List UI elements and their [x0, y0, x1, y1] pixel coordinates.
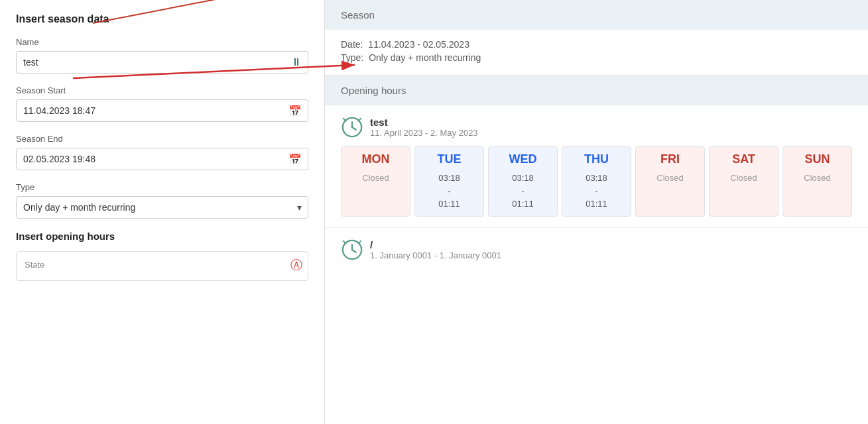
insert-oh-group: Insert opening hours Ⓐ State — [16, 231, 308, 281]
oh-entry-1-info: test 11. April 2023 - 2. May 2023 — [370, 117, 478, 138]
day-card-tue: TUE 03:18-01:11 — [414, 146, 484, 217]
season-start-input-wrapper: 📅 — [16, 99, 308, 122]
type-label: Type — [16, 182, 308, 192]
day-card-thu: THU 03:18-01:11 — [562, 146, 631, 217]
day-card-sun: SUN Closed — [782, 146, 852, 217]
date-value: 11.04.2023 - 02.05.2023 — [368, 39, 469, 50]
day-content-tue: 03:18-01:11 — [438, 172, 460, 211]
calendar-icon-start[interactable]: 📅 — [288, 105, 302, 117]
oh-entry-1-header: test 11. April 2023 - 2. May 2023 — [341, 116, 852, 138]
clock-icon-2 — [341, 238, 363, 261]
days-grid-1: MON Closed TUE 03:18-01:11 WED 03:18-01:… — [341, 146, 852, 217]
clock-icon-1 — [341, 116, 363, 138]
season-section-header: Season — [325, 0, 868, 30]
season-start-input[interactable] — [16, 99, 308, 122]
left-panel: Insert season data Name ⏸ Season Start 📅… — [0, 0, 325, 424]
day-card-fri: FRI Closed — [635, 146, 705, 217]
date-label: Date: — [341, 39, 363, 50]
season-start-label: Season Start — [16, 85, 308, 95]
oh-entry-2-name: / — [370, 239, 501, 250]
day-content-sat: Closed — [730, 172, 757, 185]
oh-entry-1-date: 11. April 2023 - 2. May 2023 — [370, 128, 478, 138]
name-input[interactable] — [16, 51, 308, 74]
oh-entry-2: / 1. January 0001 - 1. January 0001 — [325, 228, 868, 280]
season-end-input[interactable] — [16, 148, 308, 170]
day-label-fri: FRI — [660, 152, 680, 166]
season-end-label: Season End — [16, 134, 308, 144]
day-label-tue: TUE — [438, 152, 462, 166]
type-info-label: Type: — [341, 52, 363, 63]
opening-hours-section: Ⓐ State — [16, 251, 308, 281]
day-label-sat: SAT — [732, 152, 755, 166]
day-label-mon: MON — [362, 152, 390, 166]
day-label-wed: WED — [509, 152, 537, 166]
oh-entry-1-name: test — [370, 117, 478, 128]
day-card-wed: WED 03:18-01:11 — [488, 146, 558, 217]
panel-title: Insert season data — [16, 13, 308, 25]
season-date-line: Date: 11.04.2023 - 02.05.2023 — [341, 39, 852, 50]
oh-entry-2-date: 1. January 0001 - 1. January 0001 — [370, 250, 501, 260]
day-card-mon: MON Closed — [341, 146, 410, 217]
name-label: Name — [16, 37, 308, 47]
oh-entry-1: test 11. April 2023 - 2. May 2023 MON Cl… — [325, 105, 868, 228]
season-info: Date: 11.04.2023 - 02.05.2023 Type: Only… — [325, 30, 868, 76]
right-panel: Season Date: 11.04.2023 - 02.05.2023 Typ… — [325, 0, 868, 424]
day-content-mon: Closed — [362, 172, 389, 185]
type-select-wrapper: Only day + month recurring Only month re… — [16, 196, 308, 219]
day-content-fri: Closed — [656, 172, 683, 185]
type-info-value: Only day + month recurring — [369, 52, 481, 63]
day-label-sun: SUN — [804, 152, 830, 166]
season-type-line: Type: Only day + month recurring — [341, 52, 852, 63]
day-content-wed: 03:18-01:11 — [512, 172, 534, 211]
type-select[interactable]: Only day + month recurring Only month re… — [16, 196, 308, 219]
calendar-icon-end[interactable]: 📅 — [288, 153, 302, 166]
type-field-group: Type Only day + month recurring Only mon… — [16, 182, 308, 219]
oh-entry-2-header: / 1. January 0001 - 1. January 0001 — [341, 238, 852, 261]
season-start-field-group: Season Start 📅 — [16, 85, 308, 122]
day-content-sun: Closed — [804, 172, 830, 185]
insert-oh-title: Insert opening hours — [16, 231, 308, 242]
name-input-icon: ⏸ — [291, 56, 302, 68]
season-end-input-wrapper: 📅 — [16, 148, 308, 170]
season-end-field-group: Season End 📅 — [16, 134, 308, 170]
day-card-sat: SAT Closed — [709, 146, 778, 217]
state-label: State — [25, 260, 300, 270]
close-oh-button[interactable]: Ⓐ — [290, 257, 302, 273]
day-content-thu: 03:18-01:11 — [586, 172, 607, 211]
name-input-wrapper: ⏸ — [16, 51, 308, 74]
day-label-thu: THU — [584, 152, 609, 166]
oh-section-header: Opening hours — [325, 76, 868, 105]
name-field-group: Name ⏸ — [16, 37, 308, 74]
oh-entry-2-info: / 1. January 0001 - 1. January 0001 — [370, 239, 501, 260]
